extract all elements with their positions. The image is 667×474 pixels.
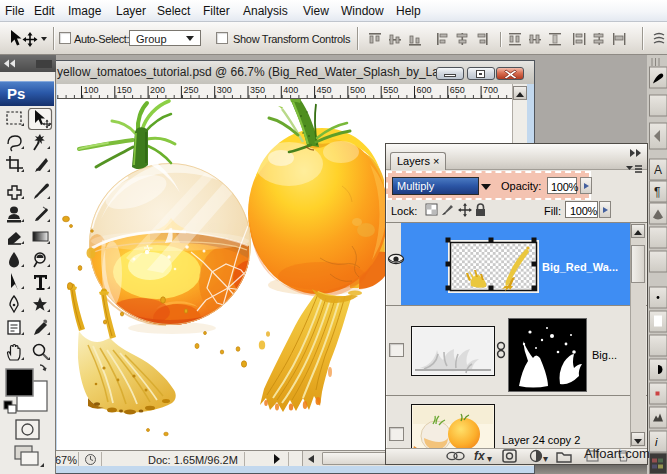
svg-text:550: 550 bbox=[383, 85, 398, 95]
svg-text:400: 400 bbox=[283, 85, 298, 95]
svg-text:▾: ▾ bbox=[543, 453, 548, 464]
svg-text:250: 250 bbox=[183, 85, 198, 95]
svg-text:A: A bbox=[654, 163, 662, 177]
svg-text:150: 150 bbox=[117, 85, 132, 95]
svg-text:▾: ▾ bbox=[487, 453, 492, 464]
svg-text:500: 500 bbox=[350, 85, 365, 95]
svg-text:650: 650 bbox=[450, 85, 465, 95]
svg-text:450: 450 bbox=[317, 85, 332, 95]
svg-text:350: 350 bbox=[250, 85, 265, 95]
svg-text:600: 600 bbox=[417, 85, 432, 95]
svg-text:200: 200 bbox=[150, 85, 165, 95]
svg-text:¶: ¶ bbox=[654, 185, 660, 199]
svg-text:300: 300 bbox=[217, 85, 232, 95]
svg-text:fx: fx bbox=[474, 449, 486, 463]
svg-text:700: 700 bbox=[483, 85, 498, 95]
svg-text:100: 100 bbox=[84, 85, 99, 95]
